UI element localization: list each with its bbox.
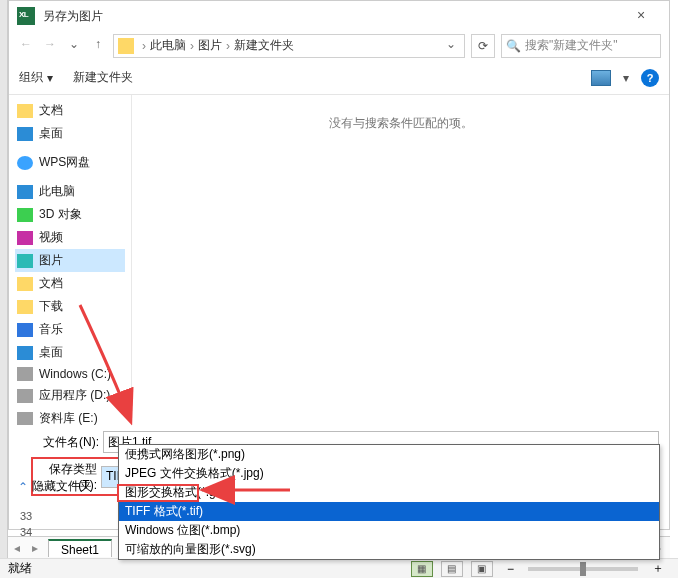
forward-button[interactable]: → [41, 37, 59, 55]
fold-icon [17, 277, 33, 291]
close-icon[interactable]: × [621, 2, 661, 30]
filetype-option[interactable]: 图形交换格式(*.gif) [119, 483, 659, 502]
view-mode-button[interactable] [591, 70, 611, 86]
tree-item[interactable]: 资料库 (E:) [15, 407, 125, 425]
tree-item-label: 下载 [39, 298, 63, 315]
tree-item[interactable]: 文档 [15, 99, 125, 122]
tree-item[interactable]: 此电脑 [15, 180, 125, 203]
tree-item[interactable]: 视频 [15, 226, 125, 249]
folder-tree[interactable]: 文档桌面WPS网盘此电脑3D 对象视频图片文档下载音乐桌面Windows (C:… [9, 95, 131, 425]
breadcrumb-sep: › [186, 39, 198, 53]
breadcrumb-seg[interactable]: 此电脑 [150, 37, 186, 54]
breadcrumb-seg[interactable]: 图片 [198, 37, 222, 54]
tree-item-label: Windows (C:) [39, 367, 111, 381]
wps-icon [17, 156, 33, 170]
hide-folders-label: 隐藏文件夹 [32, 478, 92, 495]
up-button[interactable]: ↑ [89, 37, 107, 55]
tree-item[interactable]: WPS网盘 [15, 151, 125, 174]
organize-button[interactable]: 组织 ▾ [19, 69, 53, 86]
folder-icon [118, 38, 134, 54]
hdd-icon [17, 367, 33, 381]
tab-nav-last[interactable]: ▸ [30, 541, 40, 555]
filetype-option[interactable]: Windows 位图(*.bmp) [119, 521, 659, 540]
zoom-out-button[interactable]: − [501, 562, 520, 576]
tree-item[interactable]: 3D 对象 [15, 203, 125, 226]
fold-icon [17, 104, 33, 118]
tree-item[interactable]: Windows (C:) [15, 364, 125, 384]
desk-icon [17, 346, 33, 360]
fold-icon [17, 300, 33, 314]
navigation-bar: ← → ⌄ ↑ › 此电脑 › 图片 › 新建文件夹 ⌄ ⟳ 🔍 搜索"新建文件… [9, 31, 669, 61]
breadcrumb-sep: › [138, 39, 150, 53]
help-icon[interactable]: ? [641, 69, 659, 87]
excel-app-icon [17, 7, 35, 25]
tree-item-label: 应用程序 (D:) [39, 387, 110, 404]
tree-item-label: 桌面 [39, 344, 63, 361]
chevron-up-icon: ⌃ [18, 480, 28, 494]
search-icon: 🔍 [506, 39, 521, 53]
tree-item-label: 视频 [39, 229, 63, 246]
dialog-titlebar: 另存为图片 × [9, 1, 669, 31]
refresh-button[interactable]: ⟳ [471, 34, 495, 58]
tree-item-label: WPS网盘 [39, 154, 90, 171]
view-pagebreak-button[interactable]: ▣ [471, 561, 493, 577]
tree-item-label: 桌面 [39, 125, 63, 142]
hide-folders-toggle[interactable]: ⌃ 隐藏文件夹 [18, 478, 92, 495]
tree-item-label: 文档 [39, 102, 63, 119]
view-normal-button[interactable]: ▦ [411, 561, 433, 577]
zoom-in-button[interactable]: ＋ [646, 560, 670, 577]
tree-item[interactable]: 下载 [15, 295, 125, 318]
status-bar: 就绪 ▦ ▤ ▣ − ＋ [0, 558, 678, 578]
breadcrumb-seg[interactable]: 新建文件夹 [234, 37, 294, 54]
tree-item[interactable]: 文档 [15, 272, 125, 295]
tab-nav-first[interactable]: ◂ [12, 541, 22, 555]
filetype-option[interactable]: TIFF 格式(*.tif) [119, 502, 659, 521]
filetype-option[interactable]: JPEG 文件交换格式(*.jpg) [119, 464, 659, 483]
filetype-dropdown-list[interactable]: 便携式网络图形(*.png)JPEG 文件交换格式(*.jpg)图形交换格式(*… [118, 444, 660, 560]
status-ready: 就绪 [8, 560, 32, 577]
file-list-pane: 没有与搜索条件匹配的项。 [131, 95, 669, 425]
breadcrumb-path[interactable]: › 此电脑 › 图片 › 新建文件夹 ⌄ [113, 34, 465, 58]
filetype-option[interactable]: 便携式网络图形(*.png) [119, 445, 659, 464]
dialog-title: 另存为图片 [43, 8, 621, 25]
back-button[interactable]: ← [17, 37, 35, 55]
desk-icon [17, 127, 33, 141]
new-folder-button[interactable]: 新建文件夹 [73, 69, 133, 86]
breadcrumb-sep: › [222, 39, 234, 53]
tree-item[interactable]: 桌面 [15, 341, 125, 364]
search-input[interactable]: 🔍 搜索"新建文件夹" [501, 34, 661, 58]
tree-item-label: 音乐 [39, 321, 63, 338]
dialog-toolbar: 组织 ▾ 新建文件夹 ▾ ? [9, 61, 669, 95]
excel-row-header-strip [0, 0, 8, 560]
hdd-icon [17, 389, 33, 403]
tree-item[interactable]: 桌面 [15, 122, 125, 145]
zoom-slider[interactable] [528, 567, 638, 571]
vid-icon [17, 231, 33, 245]
recent-caret[interactable]: ⌄ [65, 37, 83, 55]
tree-item-label: 3D 对象 [39, 206, 82, 223]
tree-item-label: 此电脑 [39, 183, 75, 200]
tree-item[interactable]: 图片 [15, 249, 125, 272]
view-layout-button[interactable]: ▤ [441, 561, 463, 577]
obj3d-icon [17, 208, 33, 222]
tree-item[interactable]: 音乐 [15, 318, 125, 341]
zoom-knob[interactable] [580, 562, 586, 576]
mus-icon [17, 323, 33, 337]
dialog-body: 文档桌面WPS网盘此电脑3D 对象视频图片文档下载音乐桌面Windows (C:… [9, 95, 669, 425]
search-placeholder: 搜索"新建文件夹" [525, 37, 618, 54]
tree-item-label: 文档 [39, 275, 63, 292]
filename-label[interactable]: 文件名(N): [35, 434, 103, 451]
row-number[interactable]: 33 [20, 510, 32, 522]
sheet-tab[interactable]: Sheet1 [48, 539, 112, 557]
pic-icon [17, 254, 33, 268]
pc-icon [17, 185, 33, 199]
tree-item[interactable]: 应用程序 (D:) [15, 384, 125, 407]
tree-item-label: 图片 [39, 252, 63, 269]
tree-item-label: 资料库 (E:) [39, 410, 98, 425]
filetype-option[interactable]: 可缩放的向量图形(*.svg) [119, 540, 659, 559]
caret-down-icon: ▾ [47, 71, 53, 85]
hdd-icon [17, 412, 33, 426]
view-caret-icon[interactable]: ▾ [623, 71, 629, 85]
organize-label: 组织 [19, 69, 43, 86]
path-caret[interactable]: ⌄ [442, 37, 460, 55]
